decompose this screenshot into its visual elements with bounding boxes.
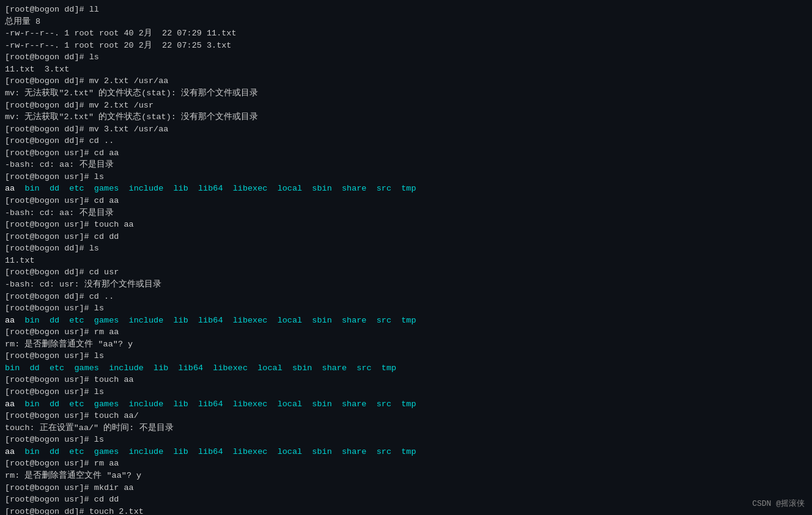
watermark: CSDN @摇滚侠 <box>752 498 805 509</box>
terminal-content: [root@bogon dd]# ll总用量 8-rw-r--r--. 1 ro… <box>5 4 807 515</box>
terminal: [root@bogon dd]# ll总用量 8-rw-r--r--. 1 ro… <box>0 0 812 515</box>
